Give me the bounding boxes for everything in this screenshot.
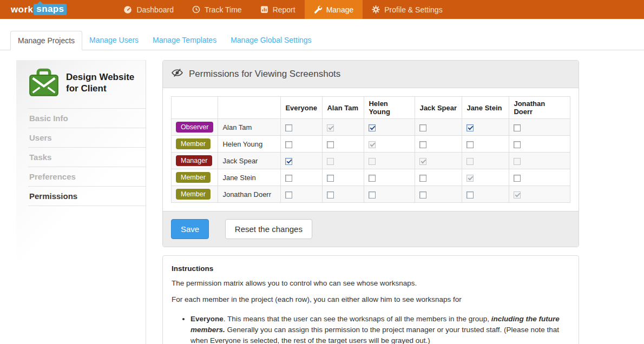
matrix-cell bbox=[462, 153, 509, 169]
save-button[interactable]: Save bbox=[171, 219, 209, 239]
nav-item-report[interactable]: Report bbox=[251, 0, 305, 19]
permission-checkbox-jane-stein-jonathan-doerr[interactable] bbox=[514, 175, 521, 182]
sidebar-item-preferences[interactable]: Preferences bbox=[28, 167, 146, 186]
sidebar-item-basic-info[interactable]: Basic Info bbox=[28, 108, 146, 128]
project-sidebar: Design Website for Client Basic InfoUser… bbox=[16, 60, 146, 344]
matrix-cell bbox=[364, 119, 415, 136]
logo-text-work: work bbox=[11, 4, 33, 15]
permission-checkbox-jack-spear-everyone[interactable] bbox=[285, 158, 292, 165]
role-badge: Member bbox=[176, 138, 211, 149]
matrix-cell bbox=[364, 136, 415, 153]
nav-item-label: Manage bbox=[326, 5, 354, 14]
permission-checkbox-helen-young-jane-stein[interactable] bbox=[466, 141, 474, 148]
matrix-cell bbox=[415, 169, 462, 186]
gear-icon bbox=[372, 5, 380, 14]
tab-manage-projects[interactable]: Manage Projects bbox=[10, 31, 82, 50]
instructions-panel: Instructions The permission matrix allow… bbox=[162, 255, 579, 344]
instructions-bullet: Everyone. This means that the user can s… bbox=[190, 314, 570, 344]
role-badge: Member bbox=[176, 189, 211, 200]
project-header: Design Website for Client bbox=[28, 67, 146, 108]
instructions-bullets: Everyone. This means that the user can s… bbox=[182, 314, 570, 344]
instructions-text-segment: Everyone bbox=[190, 315, 224, 323]
permission-checkbox-alan-tam-jack-spear[interactable] bbox=[419, 124, 426, 131]
permission-checkbox-jack-spear-alan-tam bbox=[327, 158, 334, 165]
panel-title: Permissions for Viewing Screenshots bbox=[189, 69, 340, 80]
permission-checkbox-alan-tam-jonathan-doerr[interactable] bbox=[514, 124, 521, 131]
permission-checkbox-jonathan-doerr-helen-young[interactable] bbox=[369, 191, 376, 199]
nav-item-manage[interactable]: Manage bbox=[305, 0, 363, 19]
permission-checkbox-jane-stein-everyone[interactable] bbox=[285, 175, 292, 182]
instructions-paragraph: The permission matrix allows you to cont… bbox=[172, 278, 570, 289]
matrix-cell bbox=[462, 169, 509, 186]
matrix-cell bbox=[323, 186, 364, 203]
tab-manage-users[interactable]: Manage Users bbox=[82, 31, 146, 50]
worksnaps-logo[interactable]: work snaps bbox=[11, 0, 67, 19]
wrench-icon bbox=[314, 5, 322, 14]
permissions-panel: Permissions for Viewing Screenshots Ever… bbox=[162, 60, 579, 247]
nav-item-label: Dashboard bbox=[136, 5, 174, 14]
permission-checkbox-jack-spear-jack-spear bbox=[419, 158, 426, 165]
permission-checkbox-helen-young-alan-tam[interactable] bbox=[327, 141, 334, 148]
sidebar-item-users[interactable]: Users bbox=[28, 128, 146, 147]
column-header-empty bbox=[218, 97, 281, 119]
role-cell: Member bbox=[172, 169, 218, 186]
permissions-matrix: EveryoneAlan TamHelen YoungJack SpearJan… bbox=[171, 96, 570, 203]
matrix-row-jane-stein: MemberJane Stein bbox=[172, 169, 570, 186]
permission-checkbox-helen-young-jack-spear[interactable] bbox=[419, 141, 426, 148]
role-cell: Member bbox=[172, 186, 218, 203]
member-name: Jane Stein bbox=[218, 169, 281, 186]
reset-changes-button[interactable]: Reset the changes bbox=[225, 219, 312, 239]
permission-checkbox-alan-tam-jane-stein[interactable] bbox=[466, 124, 474, 131]
nav-item-dashboard[interactable]: Dashboard bbox=[114, 0, 183, 19]
column-header-alan-tam: Alan Tam bbox=[323, 97, 364, 119]
column-header-jonathan-doerr: Jonathan Doerr bbox=[509, 97, 570, 119]
matrix-cell bbox=[415, 153, 462, 169]
nav-item-track-time[interactable]: Track Time bbox=[183, 0, 251, 19]
matrix-cell bbox=[281, 136, 323, 153]
project-menu: Basic InfoUsersTasksPreferencesPermissio… bbox=[28, 108, 146, 206]
permission-checkbox-helen-young-jonathan-doerr[interactable] bbox=[514, 141, 521, 148]
column-header-helen-young: Helen Young bbox=[364, 97, 415, 119]
permission-checkbox-jonathan-doerr-jack-spear[interactable] bbox=[419, 191, 426, 199]
permission-checkbox-jack-spear-jane-stein bbox=[466, 158, 474, 165]
instructions-text-segment: Generally you can assign this permission… bbox=[190, 326, 559, 344]
matrix-cell bbox=[281, 186, 323, 203]
member-name: Helen Young bbox=[218, 136, 281, 153]
matrix-cell bbox=[509, 153, 570, 169]
sidebar-item-permissions[interactable]: Permissions bbox=[28, 186, 146, 206]
sidebar-item-tasks[interactable]: Tasks bbox=[28, 147, 146, 167]
permission-checkbox-jonathan-doerr-jane-stein[interactable] bbox=[466, 191, 474, 199]
matrix-cell bbox=[509, 119, 570, 136]
matrix-cell bbox=[364, 186, 415, 203]
matrix-cell bbox=[415, 186, 462, 203]
permission-checkbox-alan-tam-everyone[interactable] bbox=[285, 124, 292, 131]
member-name: Alan Tam bbox=[218, 119, 281, 136]
matrix-cell bbox=[509, 136, 570, 153]
instructions-text-segment: . This means that the user can see the w… bbox=[224, 315, 491, 323]
permission-checkbox-jonathan-doerr-everyone[interactable] bbox=[285, 191, 292, 199]
matrix-cell bbox=[462, 119, 509, 136]
permission-checkbox-jane-stein-helen-young[interactable] bbox=[369, 175, 376, 182]
column-header-empty bbox=[172, 97, 218, 119]
nav-item-label: Profile & Settings bbox=[384, 5, 442, 14]
nav-item-label: Report bbox=[273, 5, 295, 14]
column-header-everyone: Everyone bbox=[281, 97, 323, 119]
matrix-cell bbox=[323, 119, 364, 136]
permission-checkbox-alan-tam-helen-young[interactable] bbox=[369, 124, 376, 131]
permission-checkbox-jonathan-doerr-alan-tam[interactable] bbox=[327, 191, 334, 199]
matrix-cell bbox=[509, 186, 570, 203]
permission-checkbox-jane-stein-jack-spear[interactable] bbox=[419, 175, 426, 182]
panel-header: Permissions for Viewing Screenshots bbox=[163, 61, 579, 88]
column-header-jane-stein: Jane Stein bbox=[462, 97, 509, 119]
permission-checkbox-jane-stein-alan-tam[interactable] bbox=[327, 175, 334, 182]
role-cell: Member bbox=[172, 136, 218, 153]
tab-manage-templates[interactable]: Manage Templates bbox=[146, 31, 224, 50]
permission-checkbox-helen-young-everyone[interactable] bbox=[285, 141, 292, 148]
main-column: Permissions for Viewing Screenshots Ever… bbox=[162, 60, 579, 333]
logo-text-snaps: snaps bbox=[34, 4, 67, 15]
tab-manage-global-settings[interactable]: Manage Global Settings bbox=[224, 31, 318, 50]
matrix-cell bbox=[415, 136, 462, 153]
matrix-row-helen-young: MemberHelen Young bbox=[172, 136, 570, 153]
panel-body: EveryoneAlan TamHelen YoungJack SpearJan… bbox=[163, 88, 579, 211]
nav-item-profile-settings[interactable]: Profile & Settings bbox=[363, 0, 451, 19]
